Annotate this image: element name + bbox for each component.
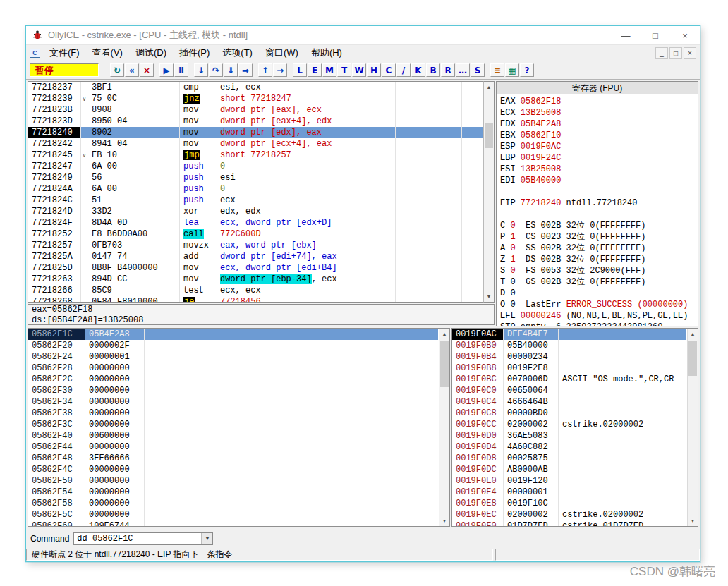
view-references-button[interactable]: R — [441, 63, 455, 77]
dump-row[interactable]: 05862F2C00000000 — [28, 374, 438, 385]
stack-row[interactable]: 0019F0F001D7D7EDcstrike.01D7D7ED — [452, 520, 686, 526]
animate-into-button[interactable]: ⇓ — [224, 63, 238, 77]
menu-item-options[interactable]: 选项(T) — [216, 45, 259, 61]
register-line[interactable]: C 0 ES 002B 32位 0(FFFFFFFF) — [500, 220, 698, 231]
register-line[interactable]: A 0 SS 002B 32位 0(FFFFFFFF) — [500, 243, 698, 254]
disasm-row[interactable]: 772182476A 00push0 — [28, 161, 483, 172]
step-into-button[interactable]: ↓ — [194, 63, 208, 77]
disasm-row[interactable]: 77218263894D CCmovdword ptr [ebp-34], ec… — [28, 274, 483, 285]
disasm-row[interactable]: 77218239∨75 0Cjnzshort 77218247 — [28, 93, 483, 104]
view-threads-button[interactable]: T — [337, 63, 351, 77]
stack-row[interactable]: 0019F0C44666464B — [452, 396, 686, 408]
help-button[interactable]: ? — [520, 63, 534, 77]
view-callstack-button[interactable]: K — [411, 63, 425, 77]
stack-row[interactable]: 0019F0B80019F2E8 — [452, 362, 686, 374]
animate-over-button[interactable]: ⇒ — [238, 63, 253, 77]
mdi-child-icon[interactable]: C — [30, 49, 40, 58]
dump-row[interactable]: 05862F2800000000 — [28, 362, 438, 374]
dump-row[interactable]: 05862F3C00000000 — [28, 419, 438, 430]
stack-row[interactable]: 0019F0E400000001 — [452, 487, 686, 498]
stack-pane[interactable]: 0019F0ACDFF4B4F70019F0B005B400000019F0B4… — [451, 328, 698, 527]
stack-row[interactable]: 0019F0DCAB0000AB — [452, 464, 686, 475]
dump-row[interactable]: 05862F5800000000 — [28, 498, 438, 509]
scroll-down-arrow-icon[interactable]: ▼ — [688, 515, 698, 526]
info-pane[interactable]: eax=05862F18ds:[05B4E2A8]=13B25008 — [28, 304, 495, 325]
register-line[interactable]: EIP 77218240 ntdll.77218240 — [500, 197, 698, 209]
dump-row[interactable]: 05862F3400000000 — [28, 396, 438, 408]
dump-row[interactable]: 05862F3800000000 — [28, 408, 438, 419]
ollyice-app-icon[interactable] — [32, 30, 43, 41]
menu-item-help[interactable]: 帮助(H) — [305, 45, 348, 61]
view-breakpoints-button[interactable]: B — [426, 63, 440, 77]
pause-button[interactable]: Ⅱ — [174, 63, 188, 77]
register-line[interactable]: EDX 05B4E2A8 — [500, 118, 698, 130]
dump-row[interactable]: 05862F60109E6744 — [28, 520, 438, 526]
stack-row[interactable]: 0019F0E80019F10C — [452, 498, 686, 509]
view-runtrace-button[interactable]: … — [456, 63, 470, 77]
dump-row[interactable]: 05862F5C00000000 — [28, 509, 438, 520]
disasm-row[interactable]: 7721825A0147 74adddword ptr [edi+74], ea… — [28, 251, 483, 262]
minimize-button[interactable]: — — [611, 26, 641, 44]
mdi-close-button[interactable]: × — [684, 47, 696, 59]
menu-item-file[interactable]: 文件(F) — [43, 45, 86, 61]
close-process-button[interactable]: × — [140, 63, 154, 77]
view-source-button[interactable]: S — [471, 63, 485, 77]
run-button[interactable]: ▶ — [159, 63, 174, 77]
disasm-row[interactable]: 772182680F84 F8010000je77218456 — [28, 296, 483, 302]
restart-button[interactable]: ↻ — [110, 63, 124, 77]
register-line[interactable]: ESP 0019F0AC — [500, 141, 698, 152]
registers-pane[interactable]: 寄存器 (FPU) EAX 05862F18ECX 13B25008EDX 05… — [496, 81, 698, 326]
title-bar[interactable]: OllyICE - cstrike.exe - [CPU - 主线程, 模块 -… — [26, 26, 700, 44]
register-line[interactable]: EFL 00000246 (NO,NB,E,BE,NS,PE,GE,LE) — [500, 310, 698, 322]
disasm-row[interactable]: 7721824956pushesi — [28, 172, 483, 183]
scroll-up-arrow-icon[interactable]: ▲ — [439, 329, 449, 339]
dump-row[interactable]: 05862F4C00000000 — [28, 464, 438, 475]
disassembly-pane[interactable]: 772182373BF1cmpesi, ecx77218239∨75 0Cjnz… — [28, 81, 483, 303]
dump-pane[interactable]: 05862F1C05B4E2A805862F200000002F05862F24… — [28, 328, 450, 527]
register-line[interactable]: ECX 13B25008 — [500, 107, 698, 118]
register-line[interactable]: T 0 GS 002B 32位 0(FFFFFFFF) — [500, 276, 698, 288]
stack-row[interactable]: 0019F0CC02000002cstrike.02000002 — [452, 419, 686, 430]
combo-dropdown-arrow-icon[interactable]: ▼ — [201, 533, 212, 544]
register-line[interactable] — [500, 209, 698, 220]
view-cpu-button[interactable]: C — [382, 63, 396, 77]
dump-row[interactable]: 05862F4400000000 — [28, 441, 438, 453]
command-input[interactable] — [74, 533, 201, 544]
menu-item-window[interactable]: 窗口(W) — [259, 45, 305, 61]
disasm-row[interactable]: 7721823B8908movdword ptr [eax], ecx — [28, 104, 483, 116]
appearance-button[interactable]: ▦ — [505, 63, 519, 77]
register-line[interactable]: Z 1 DS 002B 32位 0(FFFFFFFF) — [500, 254, 698, 265]
view-patches-button[interactable]: / — [396, 63, 411, 77]
stack-row[interactable]: 0019F0D800025875 — [452, 453, 686, 464]
disasm-row[interactable]: 7721826685C9testecx, ecx — [28, 285, 483, 296]
view-windows-button[interactable]: W — [352, 63, 366, 77]
execute-till-return-button[interactable]: ↑ — [258, 63, 272, 77]
disasm-row[interactable]: 772182428941 04movdword ptr [ecx+4], eax — [28, 138, 483, 149]
options-button[interactable]: ≡ — [490, 63, 504, 77]
disasm-row[interactable]: 772182408902movdword ptr [edx], eax — [28, 127, 483, 138]
menu-item-debug[interactable]: 调试(D) — [129, 45, 173, 61]
dump-scrollbar[interactable]: ▲ ▼ — [439, 329, 449, 526]
dump-row[interactable]: 05862F5000000000 — [28, 475, 438, 487]
stack-scrollbar[interactable]: ▲ ▼ — [687, 329, 698, 526]
disasm-row[interactable]: 7721824C51pushecx — [28, 195, 483, 206]
stack-row[interactable]: 0019F0BC0070006DASCII "OS mode.",CR,CR — [452, 374, 686, 385]
disasm-row[interactable]: 7721824D33D2xoredx, edx — [28, 206, 483, 217]
stack-row[interactable]: 0019F0D44A60C882 — [452, 441, 686, 453]
register-line[interactable]: EAX 05862F18 — [500, 96, 698, 107]
dump-row[interactable]: 05862F5400000000 — [28, 487, 438, 498]
dump-row[interactable]: 05862F200000002F — [28, 340, 438, 351]
dump-row[interactable]: 05862F2400000001 — [28, 351, 438, 362]
stack-row[interactable]: 0019F0EC02000002cstrike.02000002 — [452, 509, 686, 520]
disasm-scrollbar[interactable]: ▲ ▼ — [483, 81, 495, 303]
register-line[interactable]: EBX 05862F10 — [500, 130, 698, 141]
register-line[interactable]: S 0 FS 0053 32位 2C9000(FFF) — [500, 265, 698, 276]
register-line[interactable]: P 1 CS 0023 32位 0(FFFFFFFF) — [500, 231, 698, 243]
stack-row[interactable]: 0019F0B400000234 — [452, 351, 686, 362]
disasm-row[interactable]: 7721824F8D4A 0Dleaecx, dword ptr [edx+D] — [28, 217, 483, 228]
goto-button[interactable]: → — [273, 63, 287, 77]
scrollbar-thumb[interactable] — [688, 341, 697, 376]
rewind-button[interactable]: « — [125, 63, 139, 77]
stack-row[interactable]: 0019F0E00019F120 — [452, 475, 686, 487]
disasm-row[interactable]: 77218252E8 B6DD0A00call772C600D — [28, 228, 483, 240]
